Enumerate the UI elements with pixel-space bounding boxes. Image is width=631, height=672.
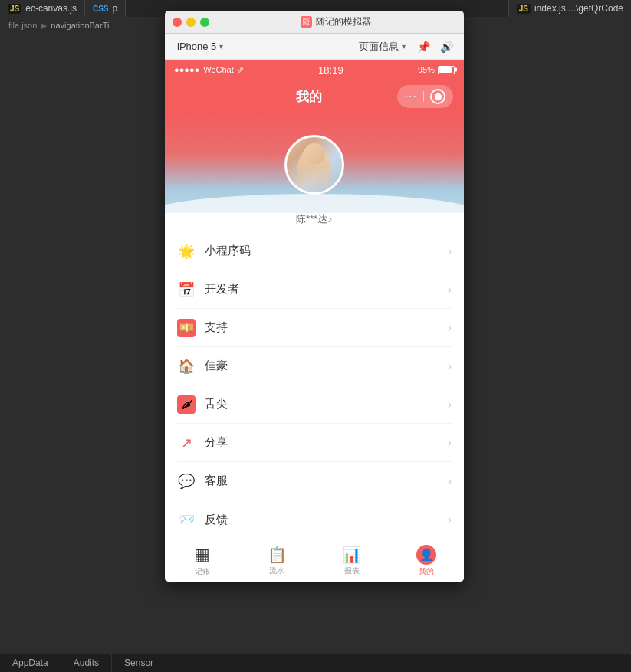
username-label: 陈***达♪	[165, 212, 464, 226]
shetip-chevron-icon: ›	[448, 398, 452, 411]
phone-screen: ●●●●● WeChat ⇗ 18:19 95% 我的 ···	[165, 60, 464, 582]
nav-dots-icon[interactable]: ···	[405, 90, 417, 103]
ide-tab-index-js[interactable]: JS index.js ...\getQrCode	[508, 0, 631, 17]
menu-item-share[interactable]: ↗ 分享 ›	[177, 424, 452, 462]
miniprogram-icon: 🌟	[177, 242, 196, 261]
developer-label: 开发者	[205, 282, 439, 297]
account-tab-icon: ▦	[194, 545, 210, 565]
service-icon: 💬	[177, 472, 196, 490]
shetip-label: 舌尖	[205, 397, 439, 411]
bottom-tab-appdata[interactable]: AppData	[0, 654, 61, 672]
window-title-text: 随记的模拟器	[316, 15, 371, 28]
share-chevron-icon: ›	[448, 436, 452, 450]
record-button[interactable]	[430, 89, 445, 104]
status-time: 18:19	[318, 64, 343, 76]
flow-tab-label: 流水	[269, 565, 284, 576]
menu-item-support[interactable]: 💴 支持 ›	[177, 309, 452, 347]
breadcrumb-item: navigationBarTi...	[51, 21, 116, 30]
support-icon: 💴	[177, 319, 196, 337]
status-bar: ●●●●● WeChat ⇗ 18:19 95%	[165, 60, 464, 80]
jiahao-label: 佳豪	[205, 359, 439, 373]
menu-item-feedback[interactable]: 📨 反馈 ›	[177, 500, 452, 539]
ide-tab-label-2: p	[113, 3, 118, 14]
avatar-container	[284, 135, 344, 195]
report-tab-icon: 📊	[342, 546, 361, 564]
status-right: 95%	[418, 65, 455, 74]
jiahao-chevron-icon: ›	[448, 359, 452, 373]
account-tab-label: 记账	[195, 566, 210, 577]
feedback-label: 反馈	[205, 513, 439, 527]
jiahao-icon: 🏠	[177, 357, 196, 375]
mine-tab-label: 我的	[419, 566, 434, 577]
menu-item-jiahao[interactable]: 🏠 佳豪 ›	[177, 347, 452, 385]
battery-icon	[438, 66, 455, 74]
breadcrumb-sep: ▶	[41, 21, 47, 31]
nav-actions: ···	[397, 85, 453, 108]
menu-item-service[interactable]: 💬 客服 ›	[177, 462, 452, 500]
tab-item-flow[interactable]: 📋 流水	[240, 546, 315, 576]
carrier-name: WeChat	[203, 65, 234, 74]
menu-item-miniprogram[interactable]: 🌟 小程序码 ›	[177, 232, 452, 270]
ide-tab-ec-canvas[interactable]: JS ec-canvas.js	[0, 0, 85, 17]
tab-bar: ▦ 记账 📋 流水 📊 报表 👤 我的	[165, 539, 464, 582]
ide-tab-label-3: index.js ...\getQrCode	[534, 3, 623, 14]
avatar	[284, 135, 344, 195]
service-chevron-icon: ›	[448, 474, 452, 488]
mine-tab-icon: 👤	[416, 545, 436, 565]
menu-item-shetip[interactable]: 🌶 舌尖 ›	[177, 385, 452, 424]
support-chevron-icon: ›	[448, 321, 452, 335]
breadcrumb-file: .file.json	[6, 21, 37, 30]
tab-item-mine[interactable]: 👤 我的	[389, 545, 465, 577]
developer-chevron-icon: ›	[448, 283, 452, 297]
maximize-button[interactable]	[200, 18, 209, 27]
bottom-tab-audits[interactable]: Audits	[61, 654, 112, 672]
ide-tab-css[interactable]: CSS p	[85, 0, 126, 17]
share-label: 分享	[205, 435, 439, 450]
shetip-icon: 🌶	[177, 395, 196, 414]
support-label: 支持	[205, 320, 439, 335]
menu-list: 🌟 小程序码 › 📅 开发者 › 💴 支持 › 🏠 佳豪 ›	[165, 232, 464, 539]
wifi-icon: ⇗	[237, 65, 244, 75]
ide-tab-label-1: ec-canvas.js	[25, 3, 77, 14]
window-controls	[173, 18, 209, 27]
navigation-bar: 我的 ···	[165, 80, 464, 113]
nav-title: 我的	[296, 88, 322, 106]
device-name: iPhone 5	[177, 41, 216, 52]
status-left: ●●●●● WeChat ⇗	[174, 65, 244, 75]
share-icon: ↗	[177, 434, 196, 452]
window-titlebar: 随 随记的模拟器	[165, 11, 464, 34]
signal-icon: ●●●●●	[174, 65, 199, 74]
device-selector[interactable]: iPhone 5 ▾	[173, 38, 228, 54]
menu-item-developer[interactable]: 📅 开发者 ›	[177, 270, 452, 309]
miniprogram-label: 小程序码	[205, 244, 439, 258]
page-info-chevron-icon: ▾	[402, 42, 406, 51]
service-label: 客服	[205, 474, 439, 488]
bottom-tab-sensor[interactable]: Sensor	[112, 654, 166, 672]
js-icon-1: JS	[8, 4, 21, 14]
window-title-icon: 随	[301, 16, 312, 28]
nav-vertical-divider	[423, 91, 424, 102]
tab-item-report[interactable]: 📊 报表	[314, 546, 389, 576]
miniprogram-chevron-icon: ›	[448, 244, 452, 258]
device-chevron-icon: ▾	[219, 42, 223, 51]
battery-percent: 95%	[418, 65, 435, 74]
profile-header: 陈***达♪	[165, 113, 464, 232]
close-button[interactable]	[173, 18, 182, 27]
flow-tab-icon: 📋	[268, 546, 287, 564]
window-title-area: 随 随记的模拟器	[215, 15, 456, 28]
tab-item-account[interactable]: ▦ 记账	[165, 545, 240, 577]
report-tab-label: 报表	[344, 565, 360, 576]
page-info-label: 页面信息	[359, 40, 399, 54]
audio-icon-button[interactable]: 🔊	[436, 37, 456, 57]
css-icon: CSS	[93, 5, 109, 13]
simulator-window: 随 随记的模拟器 iPhone 5 ▾ 页面信息 ▾ 📌 🔊 ●●●●● WeC…	[165, 11, 464, 582]
page-info-button[interactable]: 页面信息 ▾	[354, 38, 410, 56]
feedback-icon: 📨	[177, 510, 196, 529]
ide-bottom-tabs: AppData Audits Sensor	[0, 654, 631, 672]
sim-toolbar: iPhone 5 ▾ 页面信息 ▾ 📌 🔊	[165, 34, 464, 60]
minimize-button[interactable]	[186, 18, 196, 27]
pin-icon-button[interactable]: 📌	[413, 37, 433, 57]
feedback-chevron-icon: ›	[448, 513, 452, 526]
developer-icon: 📅	[177, 280, 196, 299]
js-icon-2: JS	[517, 4, 531, 14]
